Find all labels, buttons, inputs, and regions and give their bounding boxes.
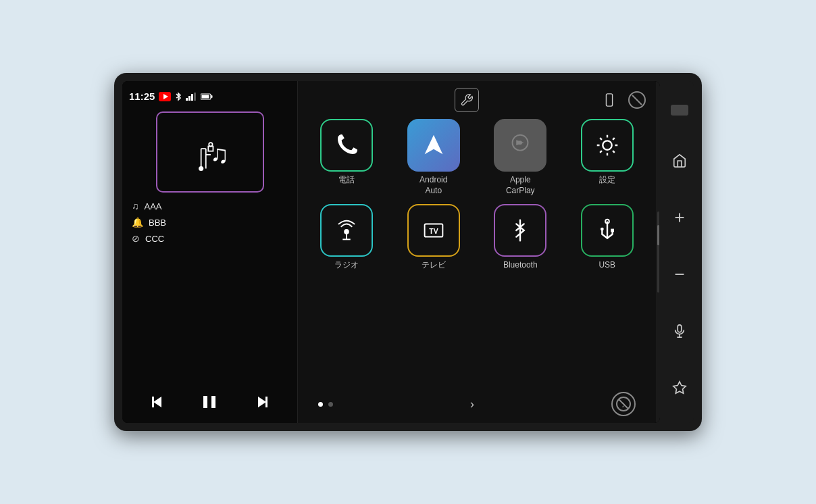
prev-icon xyxy=(152,395,171,409)
track-title-bbb: BBB xyxy=(149,218,166,228)
favorites-button[interactable] xyxy=(668,376,691,399)
track-title-aaa: AAA xyxy=(145,201,162,211)
svg-rect-57 xyxy=(678,325,682,332)
youtube-music-icon xyxy=(159,92,171,101)
app-grid-panel: 電話 AndroidAuto xyxy=(298,81,656,423)
svg-line-36 xyxy=(613,151,615,153)
top-bar xyxy=(305,86,649,119)
dot-1 xyxy=(318,402,323,407)
app-tv[interactable]: TV テレビ xyxy=(394,204,474,271)
playback-controls xyxy=(129,392,290,416)
apple-carplay-label: AppleCarPlay xyxy=(506,175,535,196)
minus-icon xyxy=(672,267,687,282)
svg-marker-60 xyxy=(673,382,686,393)
volume-down-button[interactable] xyxy=(668,263,691,286)
car-unit: 11:25 xyxy=(114,73,702,431)
bluetooth-icon-box xyxy=(494,204,546,257)
dot-2 xyxy=(328,402,333,407)
app-phone[interactable]: 電話 xyxy=(307,119,386,196)
next-button[interactable] xyxy=(249,395,267,413)
home-button[interactable] xyxy=(668,149,691,172)
indicator-rect xyxy=(671,105,688,116)
bluetooth-app-icon xyxy=(506,216,534,245)
settings-app-icon xyxy=(593,131,621,159)
usb-app-label: USB xyxy=(598,260,615,271)
usb-icon-box xyxy=(581,204,634,257)
phone-app-label: 電話 xyxy=(338,175,355,186)
settings-icon-box xyxy=(581,119,634,172)
svg-marker-26 xyxy=(424,135,442,155)
svg-rect-5 xyxy=(194,93,196,101)
do-not-disturb-icon xyxy=(628,91,646,109)
svg-rect-2 xyxy=(186,98,188,101)
svg-line-37 xyxy=(613,138,615,140)
top-bar-right xyxy=(602,91,646,109)
tv-app-label: テレビ xyxy=(422,260,446,271)
clock: 11:25 xyxy=(129,91,155,102)
track-list: ♫ AAA 🔔 BBB ⊘ CCC xyxy=(129,201,290,244)
svg-marker-17 xyxy=(153,397,161,407)
track-item-ccc[interactable]: ⊘ CCC xyxy=(132,233,288,244)
top-bar-center xyxy=(455,88,479,112)
svg-point-50 xyxy=(605,220,609,224)
app-apple-carplay[interactable]: AppleCarPlay xyxy=(481,119,560,196)
svg-point-30 xyxy=(603,141,611,149)
android-auto-app-icon xyxy=(419,131,448,159)
svg-rect-8 xyxy=(202,95,209,98)
tv-app-icon: TV xyxy=(419,216,448,245)
music-usb-icon: ♫ xyxy=(183,128,237,176)
apple-carplay-icon-box xyxy=(494,119,546,172)
no-music-icon: ♪ xyxy=(616,397,631,411)
settings-tool-button[interactable] xyxy=(455,88,479,112)
battery-icon xyxy=(201,93,213,100)
android-auto-label: AndroidAuto xyxy=(419,175,447,196)
album-art: ♫ xyxy=(156,111,264,193)
carplay-app-icon xyxy=(506,131,534,159)
svg-rect-22 xyxy=(265,397,267,407)
app-android-auto[interactable]: AndroidAuto xyxy=(394,119,474,196)
plus-icon xyxy=(672,210,687,225)
mic-button[interactable] xyxy=(668,320,691,343)
volume-up-button[interactable] xyxy=(668,206,691,229)
svg-rect-18 xyxy=(152,397,154,407)
svg-text:♫: ♫ xyxy=(210,140,229,168)
svg-rect-20 xyxy=(211,396,215,408)
next-icon xyxy=(249,395,267,409)
signal-icon xyxy=(186,93,197,101)
svg-text:TV: TV xyxy=(429,227,438,235)
no-music-button[interactable]: ♪ xyxy=(611,392,636,416)
pause-button[interactable] xyxy=(203,395,216,413)
radio-app-label: ラジオ xyxy=(334,260,359,271)
prev-button[interactable] xyxy=(152,395,171,413)
svg-rect-19 xyxy=(203,396,207,408)
wrench-icon xyxy=(460,93,474,107)
track-title-ccc: CCC xyxy=(145,234,164,244)
phone-status-icon xyxy=(602,93,617,107)
app-grid: 電話 AndroidAuto xyxy=(305,119,649,386)
bluetooth-app-label: Bluetooth xyxy=(503,260,538,271)
svg-point-29 xyxy=(518,141,522,145)
app-usb[interactable]: USB xyxy=(568,204,647,271)
app-bluetooth[interactable]: Bluetooth xyxy=(481,204,560,271)
radio-icon-box xyxy=(320,204,373,257)
track-item-aaa[interactable]: ♫ AAA xyxy=(132,201,288,211)
next-page-button[interactable]: › xyxy=(470,397,474,411)
svg-rect-23 xyxy=(606,94,612,106)
svg-marker-21 xyxy=(258,397,266,407)
note-icon: ♫ xyxy=(132,201,139,211)
bottom-bar: › ♪ xyxy=(305,386,649,418)
screen-content: 11:25 xyxy=(122,81,660,423)
svg-line-38 xyxy=(600,151,602,153)
usb-app-icon xyxy=(593,216,621,245)
app-radio[interactable]: ラジオ xyxy=(307,204,386,271)
bluetooth-status-icon xyxy=(175,91,182,102)
ban-icon: ⊘ xyxy=(132,233,140,244)
phone-app-icon xyxy=(332,131,361,159)
screen: 11:25 xyxy=(122,81,660,423)
svg-line-35 xyxy=(600,138,602,140)
page-dots xyxy=(318,402,333,407)
app-settings[interactable]: 設定 xyxy=(568,119,647,196)
track-item-bbb[interactable]: 🔔 BBB xyxy=(132,217,288,228)
svg-point-48 xyxy=(601,228,604,231)
settings-app-label: 設定 xyxy=(599,175,615,186)
